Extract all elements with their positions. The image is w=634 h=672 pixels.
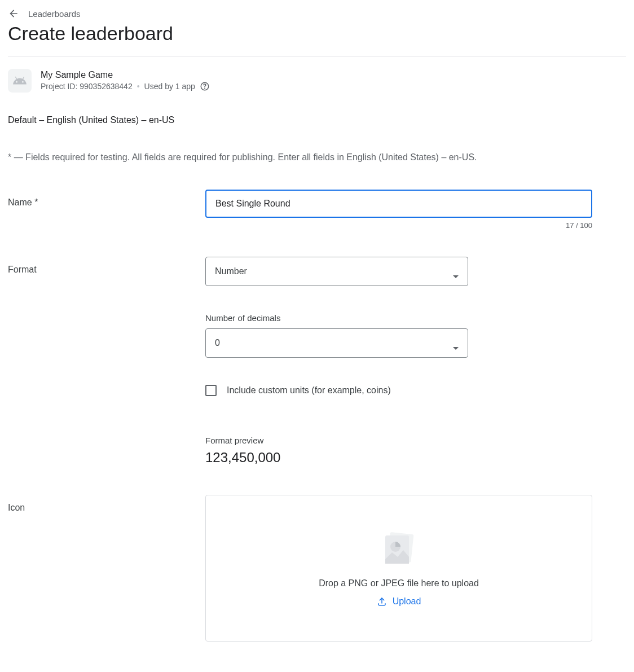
project-header: My Sample Game Project ID: 990352638442 … [8, 69, 626, 93]
icon-label: Icon [8, 495, 205, 513]
page-title: Create leaderboard [8, 23, 626, 45]
image-stack-icon [378, 530, 419, 570]
android-icon [8, 69, 32, 93]
project-usage: Used by 1 app [144, 82, 195, 91]
format-preview-value: 123,450,000 [205, 450, 592, 465]
upload-icon [377, 596, 387, 607]
caret-down-icon [453, 270, 459, 273]
icon-drop-zone[interactable]: Drop a PNG or JPEG file here to upload U… [205, 495, 592, 642]
upload-button[interactable]: Upload [377, 596, 421, 607]
caret-down-icon [453, 342, 459, 345]
format-select[interactable]: Number [205, 257, 468, 286]
help-icon[interactable] [200, 81, 210, 91]
format-preview-label: Format preview [205, 436, 592, 445]
upload-label: Upload [393, 596, 421, 607]
back-arrow-icon[interactable] [8, 8, 19, 19]
name-row: Name * 17 / 100 [8, 190, 626, 230]
required-hint: * — Fields required for testing. All fie… [8, 152, 626, 162]
custom-units-row: Include custom units (for example, coins… [205, 385, 592, 396]
format-row: Format Number Number of decimals 0 [8, 257, 626, 465]
project-meta: Project ID: 990352638442 • Used by 1 app [41, 81, 210, 91]
divider [8, 56, 626, 56]
project-name: My Sample Game [41, 70, 210, 80]
decimals-label: Number of decimals [205, 313, 592, 323]
locale-text: Default – English (United States) – en-U… [8, 115, 626, 125]
breadcrumb-label[interactable]: Leaderboards [28, 9, 81, 19]
format-label: Format [8, 257, 205, 275]
svg-point-1 [205, 88, 205, 89]
project-id: Project ID: 990352638442 [41, 82, 133, 91]
name-label: Name * [8, 190, 205, 208]
custom-units-label: Include custom units (for example, coins… [227, 385, 391, 396]
icon-row: Icon Drop a PNG or JPEG file here to upl… [8, 495, 626, 642]
breadcrumb: Leaderboards [8, 8, 626, 19]
meta-separator: • [137, 82, 140, 91]
name-char-count: 17 / 100 [205, 221, 592, 230]
decimals-select[interactable]: 0 [205, 328, 468, 358]
decimals-select-value: 0 [215, 338, 220, 348]
format-select-value: Number [215, 266, 247, 276]
custom-units-checkbox[interactable] [205, 385, 217, 396]
drop-text: Drop a PNG or JPEG file here to upload [319, 578, 479, 588]
name-input[interactable] [205, 190, 592, 218]
